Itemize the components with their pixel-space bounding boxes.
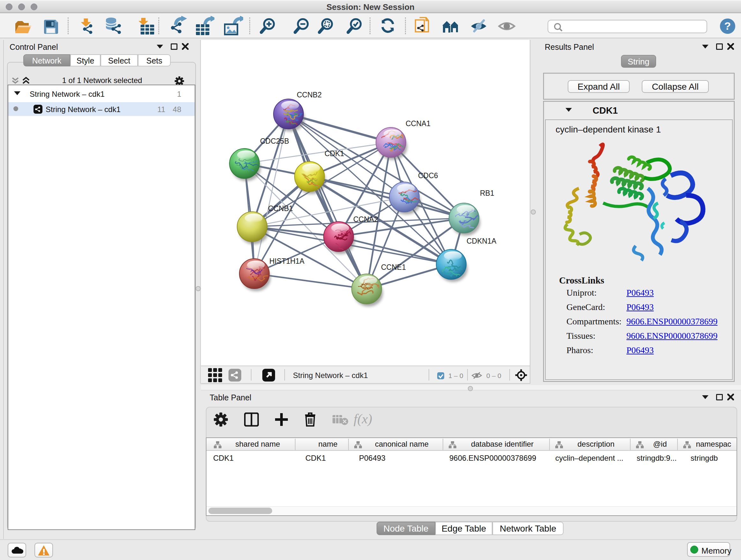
svg-text:CCNE1: CCNE1 xyxy=(381,263,406,271)
svg-text:CCNA1: CCNA1 xyxy=(406,119,430,128)
svg-text:CCNB1: CCNB1 xyxy=(268,204,293,212)
svg-text:CDK1: CDK1 xyxy=(325,149,344,158)
svg-text:RB1: RB1 xyxy=(480,189,494,197)
svg-text:HIST1H1A: HIST1H1A xyxy=(269,257,305,265)
svg-text:CCNA2: CCNA2 xyxy=(353,215,378,224)
svg-text:CCNB2: CCNB2 xyxy=(297,91,322,99)
svg-text:CDKN1A: CDKN1A xyxy=(467,237,496,245)
svg-text:CDC25B: CDC25B xyxy=(260,137,289,145)
svg-text:CDC6: CDC6 xyxy=(418,172,438,180)
